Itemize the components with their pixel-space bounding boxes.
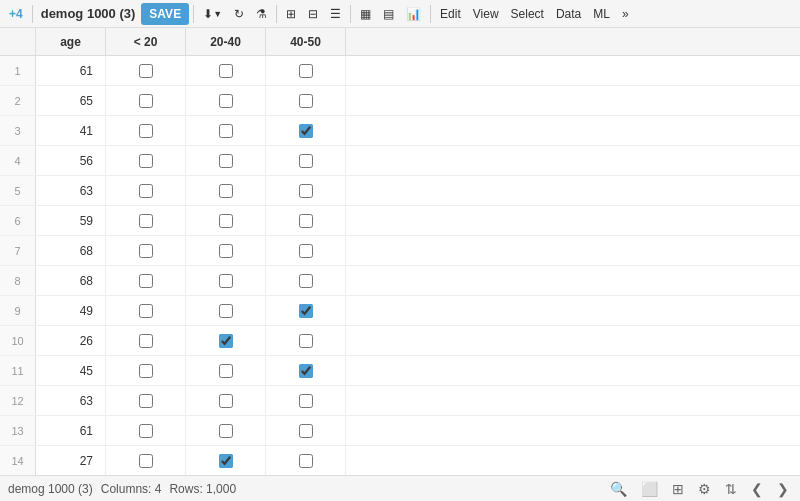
checkbox-lt20[interactable]	[139, 454, 153, 468]
checkbox-lt20[interactable]	[139, 424, 153, 438]
checkbox-c2040[interactable]	[219, 334, 233, 348]
bookmark-status-icon[interactable]: ⬜	[638, 481, 661, 497]
checkbox-lt20[interactable]	[139, 154, 153, 168]
cell-c2040[interactable]	[186, 176, 266, 205]
checkbox-c4050[interactable]	[299, 364, 313, 378]
chart-button[interactable]: 📊	[401, 3, 426, 25]
checkbox-c2040[interactable]	[219, 424, 233, 438]
cell-c2040[interactable]	[186, 236, 266, 265]
checkbox-lt20[interactable]	[139, 184, 153, 198]
checkbox-c4050[interactable]	[299, 424, 313, 438]
cell-lt20[interactable]	[106, 146, 186, 175]
cell-c2040[interactable]	[186, 386, 266, 415]
checkbox-lt20[interactable]	[139, 274, 153, 288]
cell-lt20[interactable]	[106, 416, 186, 445]
col-header-lt20[interactable]: < 20	[106, 28, 186, 55]
cell-lt20[interactable]	[106, 386, 186, 415]
cell-c4050[interactable]	[266, 446, 346, 475]
sort-status-icon[interactable]: ⇅	[722, 481, 740, 497]
cell-lt20[interactable]	[106, 206, 186, 235]
cell-c2040[interactable]	[186, 56, 266, 85]
checkbox-c4050[interactable]	[299, 244, 313, 258]
list-view-button[interactable]: ☰	[325, 3, 346, 25]
view-menu[interactable]: View	[468, 3, 504, 25]
checkbox-lt20[interactable]	[139, 364, 153, 378]
checkbox-c4050[interactable]	[299, 394, 313, 408]
checkbox-c4050[interactable]	[299, 274, 313, 288]
cell-lt20[interactable]	[106, 446, 186, 475]
cell-c2040[interactable]	[186, 266, 266, 295]
cell-c2040[interactable]	[186, 206, 266, 235]
checkbox-c2040[interactable]	[219, 124, 233, 138]
checkbox-lt20[interactable]	[139, 334, 153, 348]
cell-c4050[interactable]	[266, 386, 346, 415]
cell-c2040[interactable]	[186, 416, 266, 445]
cell-c2040[interactable]	[186, 116, 266, 145]
cell-c4050[interactable]	[266, 176, 346, 205]
checkbox-c4050[interactable]	[299, 304, 313, 318]
row-stats-button[interactable]: ▤	[378, 3, 399, 25]
cell-lt20[interactable]	[106, 176, 186, 205]
checkbox-lt20[interactable]	[139, 244, 153, 258]
select-menu[interactable]: Select	[506, 3, 549, 25]
checkbox-c2040[interactable]	[219, 184, 233, 198]
checkbox-lt20[interactable]	[139, 64, 153, 78]
checkbox-c4050[interactable]	[299, 334, 313, 348]
cell-c2040[interactable]	[186, 446, 266, 475]
cell-lt20[interactable]	[106, 296, 186, 325]
checkbox-c2040[interactable]	[219, 454, 233, 468]
settings-status-icon[interactable]: ⚙	[695, 481, 714, 497]
checkbox-c4050[interactable]	[299, 184, 313, 198]
cell-c4050[interactable]	[266, 236, 346, 265]
nav-prev-icon[interactable]: ❮	[748, 481, 766, 497]
nav-next-icon[interactable]: ❯	[774, 481, 792, 497]
checkbox-lt20[interactable]	[139, 124, 153, 138]
cell-lt20[interactable]	[106, 56, 186, 85]
ml-menu[interactable]: ML	[588, 3, 615, 25]
table-status-icon[interactable]: ⊞	[669, 481, 687, 497]
cell-c4050[interactable]	[266, 86, 346, 115]
cell-c2040[interactable]	[186, 86, 266, 115]
cell-c2040[interactable]	[186, 146, 266, 175]
download-button[interactable]: ⬇ ▼	[198, 3, 227, 25]
filter-button[interactable]: ⚗	[251, 3, 272, 25]
cell-lt20[interactable]	[106, 86, 186, 115]
card-view-button[interactable]: ⊟	[303, 3, 323, 25]
checkbox-c2040[interactable]	[219, 154, 233, 168]
more-menu[interactable]: »	[617, 3, 634, 25]
checkbox-c2040[interactable]	[219, 274, 233, 288]
checkbox-c2040[interactable]	[219, 94, 233, 108]
cell-lt20[interactable]	[106, 116, 186, 145]
grid-view-button[interactable]: ⊞	[281, 3, 301, 25]
cell-c4050[interactable]	[266, 296, 346, 325]
checkbox-c2040[interactable]	[219, 304, 233, 318]
cell-c4050[interactable]	[266, 116, 346, 145]
checkbox-c4050[interactable]	[299, 124, 313, 138]
cell-lt20[interactable]	[106, 236, 186, 265]
search-status-icon[interactable]: 🔍	[607, 481, 630, 497]
cell-lt20[interactable]	[106, 356, 186, 385]
cell-c4050[interactable]	[266, 146, 346, 175]
cell-lt20[interactable]	[106, 266, 186, 295]
cell-c4050[interactable]	[266, 326, 346, 355]
cell-lt20[interactable]	[106, 326, 186, 355]
col-header-age[interactable]: age	[36, 28, 106, 55]
checkbox-c4050[interactable]	[299, 214, 313, 228]
cell-c4050[interactable]	[266, 416, 346, 445]
checkbox-lt20[interactable]	[139, 304, 153, 318]
cell-c4050[interactable]	[266, 206, 346, 235]
add-columns-button[interactable]: +4	[4, 3, 28, 25]
checkbox-c4050[interactable]	[299, 454, 313, 468]
checkbox-c4050[interactable]	[299, 64, 313, 78]
cell-c2040[interactable]	[186, 326, 266, 355]
save-button[interactable]: SAVE	[141, 3, 189, 25]
cell-c4050[interactable]	[266, 356, 346, 385]
checkbox-c2040[interactable]	[219, 214, 233, 228]
col-stats-button[interactable]: ▦	[355, 3, 376, 25]
checkbox-c2040[interactable]	[219, 244, 233, 258]
checkbox-lt20[interactable]	[139, 94, 153, 108]
checkbox-c2040[interactable]	[219, 364, 233, 378]
checkbox-c4050[interactable]	[299, 94, 313, 108]
checkbox-c2040[interactable]	[219, 64, 233, 78]
refresh-button[interactable]: ↻	[229, 3, 249, 25]
